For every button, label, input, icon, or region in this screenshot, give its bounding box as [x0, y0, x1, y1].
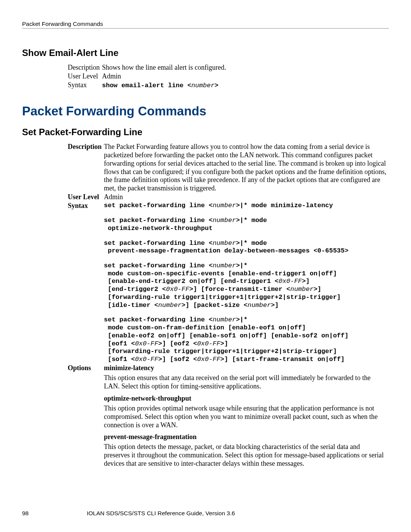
syntax-block-3: set packet-forwarding line <number>|* mo… — [104, 240, 387, 255]
page: Packet Forwarding Commands Show Email-Al… — [0, 0, 411, 532]
label-description: Description — [68, 143, 104, 193]
value-userlevel: Admin — [102, 72, 389, 81]
value-description: Shows how the line email alert is config… — [102, 64, 389, 72]
value-userlevel: Admin — [104, 193, 389, 202]
pf-field-table: Description The Packet Forwarding featur… — [68, 143, 389, 470]
page-footer: 98 IOLAN SDS/SCS/STS CLI Reference Guide… — [22, 510, 389, 517]
syntax-block-2: set packet-forwarding line <number>|* mo… — [104, 217, 387, 232]
email-field-table: Description Shows how the line email ale… — [68, 64, 389, 90]
option-desc: This option detects the message, packet,… — [104, 443, 387, 468]
syntax-block-5: set packet-forwarding line <number>|* mo… — [104, 316, 387, 363]
syntax-cell: set packet-forwarding line <number>|* mo… — [104, 202, 389, 364]
syntax-block-4: set packet-forwarding line <number>|* mo… — [104, 262, 387, 309]
option-name: optimize-network-throughput — [104, 395, 387, 403]
syntax-param: number — [191, 82, 215, 89]
options-cell: minimize-latency This option ensures tha… — [104, 364, 389, 470]
label-options: Options — [68, 364, 104, 470]
value-description: The Packet Forwarding feature allows you… — [104, 143, 389, 193]
section-heading-pf: Set Packet-Forwarding Line — [22, 127, 389, 137]
page-number: 98 — [22, 510, 87, 517]
label-syntax: Syntax — [68, 81, 102, 90]
label-syntax: Syntax — [68, 202, 104, 364]
syntax-text-pre: show email-alert line < — [102, 82, 191, 89]
running-header: Packet Forwarding Commands — [22, 21, 389, 27]
label-userlevel: User Level — [68, 72, 102, 81]
section-heading-email: Show Email-Alert Line — [22, 48, 389, 58]
option-desc: This option provides optimal network usa… — [104, 404, 387, 430]
chapter-title: Packet Forwarding Commands — [22, 104, 389, 118]
option-name: prevent-message-fragmentation — [104, 433, 387, 441]
footer-title: IOLAN SDS/SCS/STS CLI Reference Guide, V… — [87, 510, 389, 517]
header-rule — [22, 28, 389, 29]
syntax-text-post: > — [215, 82, 218, 89]
option-desc: This option ensures that any data receiv… — [104, 374, 387, 391]
label-description: Description — [68, 64, 102, 72]
value-syntax: show email-alert line <number> — [102, 81, 389, 90]
option-name: minimize-latency — [104, 364, 387, 372]
label-userlevel: User Level — [68, 193, 104, 202]
syntax-block-1: set packet-forwarding line <number>|* mo… — [104, 202, 387, 210]
